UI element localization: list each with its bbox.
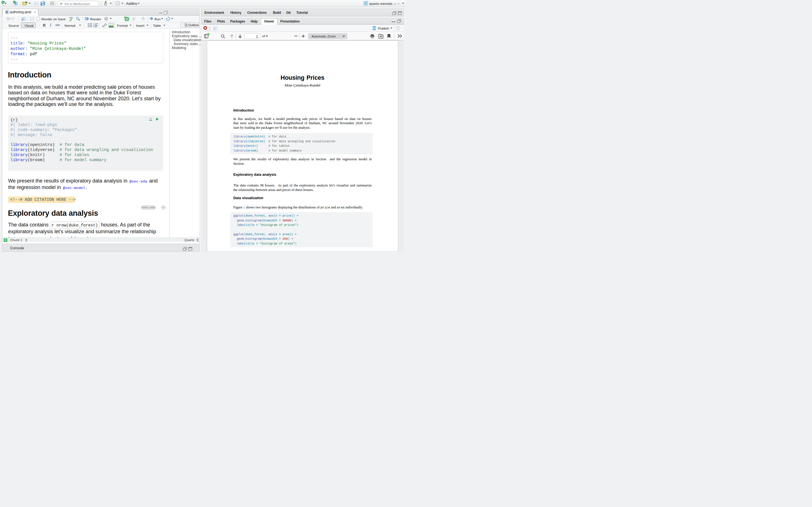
svg-text:1: 1 [93,23,94,25]
svg-text:2: 2 [93,25,94,27]
svg-text:ABC: ABC [69,17,73,19]
svg-text:C: C [126,17,128,20]
svg-text:R: R [365,2,366,5]
